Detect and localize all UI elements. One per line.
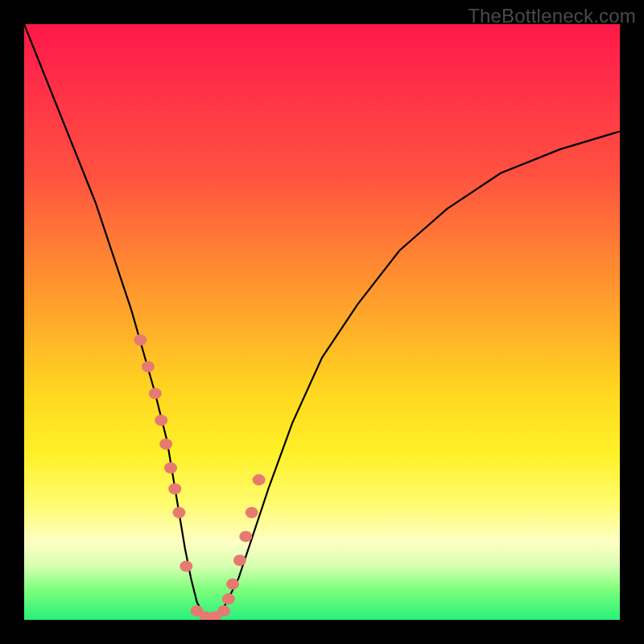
curve-marker	[159, 439, 172, 450]
plot-area	[24, 24, 620, 620]
curve-marker	[217, 605, 230, 617]
curve-marker	[233, 555, 246, 566]
bottleneck-curve	[24, 24, 620, 620]
curve-marker	[134, 334, 147, 345]
curve-marker	[239, 530, 252, 542]
curve-marker	[226, 579, 239, 590]
curve-marker	[155, 415, 167, 426]
curve-marker	[142, 361, 155, 373]
curve-marker	[172, 507, 185, 518]
curve-marker	[164, 462, 177, 473]
curve-marker	[149, 388, 162, 399]
curve-svg	[24, 24, 620, 620]
curve-marker	[168, 483, 181, 494]
curve-marker	[222, 593, 235, 605]
curve-marker	[246, 507, 258, 518]
curve-marker	[180, 560, 192, 572]
curve-marker	[253, 474, 266, 485]
chart-frame: TheBottleneck.com	[0, 0, 644, 644]
marker-group	[134, 334, 265, 620]
